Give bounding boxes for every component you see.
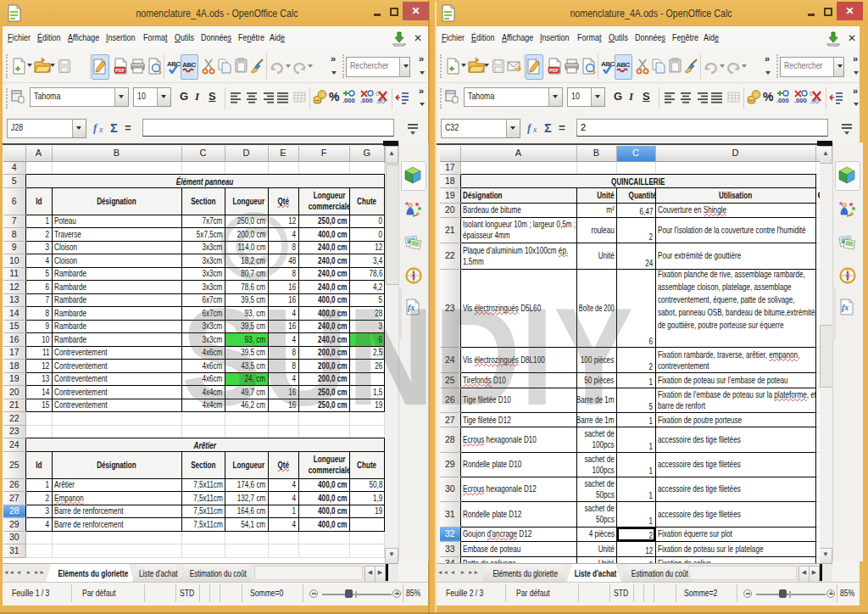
svg-text:0: 0 (376, 90, 380, 98)
svg-text:f: f (93, 121, 98, 134)
svg-text:fx: fx (842, 303, 849, 312)
svg-text:%: % (329, 90, 340, 103)
svg-text:ABC: ABC (601, 60, 615, 68)
svg-text:.000: .000 (794, 97, 807, 104)
svg-text:Σ: Σ (110, 121, 118, 135)
svg-text:%: % (763, 90, 774, 103)
svg-text:=: = (125, 121, 131, 134)
svg-text:PDF: PDF (549, 68, 559, 73)
svg-text:0: 0 (810, 90, 814, 98)
svg-text:.000: .000 (776, 97, 789, 104)
svg-text:PDF: PDF (115, 68, 125, 73)
svg-text:.000: .000 (360, 97, 373, 104)
svg-text:ABC: ABC (616, 61, 631, 69)
svg-text:.000: .000 (342, 97, 355, 104)
svg-text:ABC: ABC (182, 61, 197, 69)
svg-text:fx: fx (408, 303, 415, 312)
svg-text:x: x (532, 125, 537, 134)
svg-text:f: f (527, 121, 532, 134)
svg-text:ABC: ABC (167, 60, 181, 68)
svg-text:=: = (559, 121, 565, 134)
svg-text:x: x (98, 125, 103, 134)
svg-text:Σ: Σ (544, 121, 552, 135)
